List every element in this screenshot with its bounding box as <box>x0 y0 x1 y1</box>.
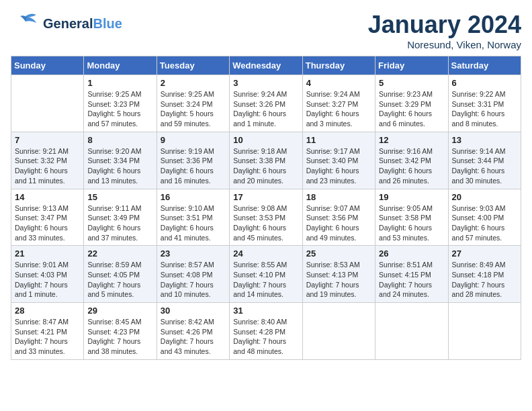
day-number: 22 <box>87 248 152 259</box>
month-title: January 2024 <box>368 11 521 39</box>
day-info: Sunrise: 9:20 AMSunset: 3:34 PMDaylight:… <box>87 146 152 186</box>
day-info: Sunrise: 9:19 AMSunset: 3:36 PMDaylight:… <box>161 146 226 186</box>
day-info: Sunrise: 9:16 AMSunset: 3:42 PMDaylight:… <box>379 146 444 186</box>
calendar-cell: 17Sunrise: 9:08 AMSunset: 3:53 PMDayligh… <box>230 189 302 246</box>
day-number: 12 <box>379 135 444 145</box>
day-number: 26 <box>379 248 444 259</box>
calendar-cell: 8Sunrise: 9:20 AMSunset: 3:34 PMDaylight… <box>84 132 157 189</box>
day-number: 15 <box>87 192 152 202</box>
day-number: 2 <box>161 78 226 88</box>
day-info: Sunrise: 9:08 AMSunset: 3:53 PMDaylight:… <box>233 203 298 243</box>
day-number: 27 <box>452 248 517 259</box>
calendar-cell: 7Sunrise: 9:21 AMSunset: 3:32 PMDaylight… <box>11 132 84 189</box>
calendar-cell: 29Sunrise: 8:45 AMSunset: 4:23 PMDayligh… <box>84 303 157 360</box>
day-number: 19 <box>379 192 444 202</box>
day-info: Sunrise: 8:49 AMSunset: 4:18 PMDaylight:… <box>452 260 517 300</box>
calendar-cell: 23Sunrise: 8:57 AMSunset: 4:08 PMDayligh… <box>157 246 229 303</box>
calendar-cell: 10Sunrise: 9:18 AMSunset: 3:38 PMDayligh… <box>230 132 302 189</box>
day-info: Sunrise: 8:51 AMSunset: 4:15 PMDaylight:… <box>379 260 444 300</box>
day-info: Sunrise: 9:13 AMSunset: 3:47 PMDaylight:… <box>15 203 80 243</box>
day-info: Sunrise: 8:53 AMSunset: 4:13 PMDaylight:… <box>306 260 371 300</box>
calendar-table: SundayMondayTuesdayWednesdayThursdayFrid… <box>11 56 521 360</box>
day-number: 18 <box>306 192 371 202</box>
day-number: 6 <box>452 78 517 88</box>
calendar-cell: 2Sunrise: 9:25 AMSunset: 3:24 PMDaylight… <box>157 75 229 132</box>
day-info: Sunrise: 9:21 AMSunset: 3:32 PMDaylight:… <box>15 146 80 186</box>
location: Noresund, Viken, Norway <box>368 39 521 50</box>
weekday-header-monday: Monday <box>84 56 157 75</box>
weekday-header-wednesday: Wednesday <box>230 56 302 75</box>
calendar-cell: 5Sunrise: 9:23 AMSunset: 3:29 PMDaylight… <box>375 75 448 132</box>
day-number: 21 <box>15 248 80 259</box>
calendar-cell: 20Sunrise: 9:03 AMSunset: 4:00 PMDayligh… <box>448 189 521 246</box>
day-number: 24 <box>233 248 298 259</box>
day-info: Sunrise: 8:45 AMSunset: 4:23 PMDaylight:… <box>87 317 152 357</box>
day-number: 8 <box>87 135 152 145</box>
day-number: 1 <box>87 78 152 88</box>
day-info: Sunrise: 9:01 AMSunset: 4:03 PMDaylight:… <box>15 260 80 300</box>
calendar-cell: 25Sunrise: 8:53 AMSunset: 4:13 PMDayligh… <box>302 246 375 303</box>
calendar-cell: 16Sunrise: 9:10 AMSunset: 3:51 PMDayligh… <box>157 189 229 246</box>
day-number: 30 <box>161 306 226 316</box>
day-info: Sunrise: 9:05 AMSunset: 3:58 PMDaylight:… <box>379 203 444 243</box>
calendar-cell: 11Sunrise: 9:17 AMSunset: 3:40 PMDayligh… <box>302 132 375 189</box>
calendar-cell: 9Sunrise: 9:19 AMSunset: 3:36 PMDaylight… <box>157 132 229 189</box>
calendar-cell: 1Sunrise: 9:25 AMSunset: 3:23 PMDaylight… <box>84 75 157 132</box>
calendar-cell: 31Sunrise: 8:40 AMSunset: 4:28 PMDayligh… <box>230 303 302 360</box>
day-info: Sunrise: 9:23 AMSunset: 3:29 PMDaylight:… <box>379 89 444 129</box>
day-info: Sunrise: 9:24 AMSunset: 3:26 PMDaylight:… <box>233 89 298 129</box>
weekday-header-tuesday: Tuesday <box>157 56 229 75</box>
calendar-cell: 15Sunrise: 9:11 AMSunset: 3:49 PMDayligh… <box>84 189 157 246</box>
calendar-cell <box>448 303 521 360</box>
day-info: Sunrise: 8:40 AMSunset: 4:28 PMDaylight:… <box>233 317 298 357</box>
title-block: January 2024 Noresund, Viken, Norway <box>368 11 521 50</box>
calendar-cell: 3Sunrise: 9:24 AMSunset: 3:26 PMDaylight… <box>230 75 302 132</box>
day-number: 13 <box>452 135 517 145</box>
weekday-header-sunday: Sunday <box>11 56 84 75</box>
day-info: Sunrise: 8:57 AMSunset: 4:08 PMDaylight:… <box>161 260 226 300</box>
day-number: 16 <box>161 192 226 202</box>
day-number: 10 <box>233 135 298 145</box>
calendar-cell <box>11 75 84 132</box>
day-info: Sunrise: 9:03 AMSunset: 4:00 PMDaylight:… <box>452 203 517 243</box>
day-number: 29 <box>87 306 152 316</box>
calendar-cell: 4Sunrise: 9:24 AMSunset: 3:27 PMDaylight… <box>302 75 375 132</box>
day-number: 31 <box>233 306 298 316</box>
logo-general-text: General <box>43 16 93 31</box>
weekday-header-saturday: Saturday <box>448 56 521 75</box>
day-number: 20 <box>452 192 517 202</box>
day-number: 17 <box>233 192 298 202</box>
logo-blue-text: Blue <box>93 16 122 31</box>
calendar-cell: 30Sunrise: 8:42 AMSunset: 4:26 PMDayligh… <box>157 303 229 360</box>
day-info: Sunrise: 9:24 AMSunset: 3:27 PMDaylight:… <box>306 89 371 129</box>
logo: GeneralBlue <box>11 11 122 36</box>
day-number: 3 <box>233 78 298 88</box>
calendar-cell: 28Sunrise: 8:47 AMSunset: 4:21 PMDayligh… <box>11 303 84 360</box>
page-header: GeneralBlue January 2024 Noresund, Viken… <box>11 11 521 50</box>
day-info: Sunrise: 8:42 AMSunset: 4:26 PMDaylight:… <box>161 317 226 357</box>
day-info: Sunrise: 8:59 AMSunset: 4:05 PMDaylight:… <box>87 260 152 300</box>
logo-bird-icon <box>11 11 40 36</box>
day-number: 28 <box>15 306 80 316</box>
day-number: 14 <box>15 192 80 202</box>
calendar-cell: 26Sunrise: 8:51 AMSunset: 4:15 PMDayligh… <box>375 246 448 303</box>
calendar-cell: 12Sunrise: 9:16 AMSunset: 3:42 PMDayligh… <box>375 132 448 189</box>
calendar-cell: 21Sunrise: 9:01 AMSunset: 4:03 PMDayligh… <box>11 246 84 303</box>
day-info: Sunrise: 9:18 AMSunset: 3:38 PMDaylight:… <box>233 146 298 186</box>
calendar-cell: 19Sunrise: 9:05 AMSunset: 3:58 PMDayligh… <box>375 189 448 246</box>
day-number: 7 <box>15 135 80 145</box>
calendar-cell: 6Sunrise: 9:22 AMSunset: 3:31 PMDaylight… <box>448 75 521 132</box>
day-info: Sunrise: 9:14 AMSunset: 3:44 PMDaylight:… <box>452 146 517 186</box>
day-info: Sunrise: 8:47 AMSunset: 4:21 PMDaylight:… <box>15 317 80 357</box>
calendar-cell: 18Sunrise: 9:07 AMSunset: 3:56 PMDayligh… <box>302 189 375 246</box>
day-info: Sunrise: 9:10 AMSunset: 3:51 PMDaylight:… <box>161 203 226 243</box>
day-info: Sunrise: 8:55 AMSunset: 4:10 PMDaylight:… <box>233 260 298 300</box>
day-number: 9 <box>161 135 226 145</box>
calendar-cell: 27Sunrise: 8:49 AMSunset: 4:18 PMDayligh… <box>448 246 521 303</box>
day-number: 23 <box>161 248 226 259</box>
day-info: Sunrise: 9:07 AMSunset: 3:56 PMDaylight:… <box>306 203 371 243</box>
calendar-cell: 14Sunrise: 9:13 AMSunset: 3:47 PMDayligh… <box>11 189 84 246</box>
day-info: Sunrise: 9:25 AMSunset: 3:23 PMDaylight:… <box>87 89 152 129</box>
weekday-header-friday: Friday <box>375 56 448 75</box>
day-info: Sunrise: 9:25 AMSunset: 3:24 PMDaylight:… <box>161 89 226 129</box>
